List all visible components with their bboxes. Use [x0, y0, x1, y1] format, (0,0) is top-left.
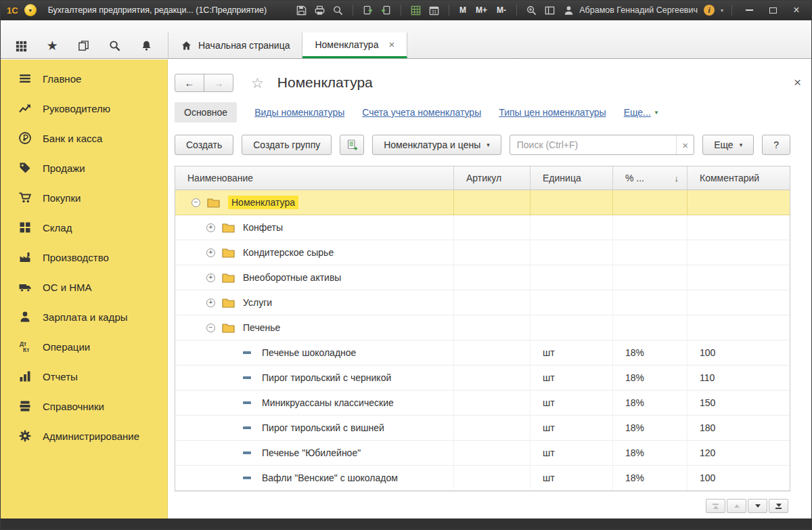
- scroll-up-button[interactable]: [727, 499, 746, 513]
- sidebar-item-salary-hr[interactable]: Зарплата и кадры: [0, 302, 167, 332]
- print-icon[interactable]: [314, 5, 325, 16]
- sidebar-item-operations[interactable]: ДтКтОперации: [0, 332, 167, 361]
- history-icon[interactable]: [77, 39, 90, 52]
- memory-m-button[interactable]: M: [458, 5, 468, 15]
- cell-vat: [613, 190, 687, 215]
- sidebar-item-administration[interactable]: Администрирование: [0, 421, 167, 451]
- table-row[interactable]: Печенье шоколадноешт18%100: [175, 340, 790, 366]
- memory-mminus-button[interactable]: M-: [495, 5, 508, 15]
- column-header-unit[interactable]: Единица: [531, 167, 613, 190]
- calendar-icon[interactable]: 31: [428, 5, 440, 16]
- scroll-bottom-button[interactable]: [769, 499, 788, 513]
- user-menu[interactable]: Абрамов Геннадий Сергеевич: [563, 5, 698, 16]
- column-header-articul[interactable]: Артикул: [454, 167, 531, 190]
- column-header-name[interactable]: Наименование: [175, 167, 454, 190]
- cell-vat: [613, 265, 687, 290]
- expand-icon[interactable]: +: [206, 223, 215, 232]
- folder-icon: [222, 298, 235, 308]
- info-button[interactable]: i: [704, 5, 715, 16]
- nav-main-section[interactable]: Основное: [175, 102, 237, 123]
- command-bar: Создать Создать группу Номенклатура и це…: [175, 135, 790, 155]
- table-row[interactable]: Пирог тирольский с вишнейшт18%180: [175, 416, 790, 441]
- table-row[interactable]: +Услуги: [175, 290, 790, 315]
- warehouse-icon: [18, 220, 32, 235]
- table-row[interactable]: −Печенье: [175, 315, 790, 340]
- forward-button[interactable]: →: [204, 74, 233, 92]
- sidebar-item-main[interactable]: Главное: [0, 64, 167, 93]
- nav-link-accounting-accounts[interactable]: Счета учета номенклатуры: [362, 107, 481, 118]
- tab-nomenclature[interactable]: Номенклатура ×: [302, 32, 407, 58]
- table-row[interactable]: Миникруассаны классическиешт18%150: [175, 391, 790, 416]
- tab-close-icon[interactable]: ×: [388, 39, 394, 50]
- cell-articul: [454, 466, 531, 490]
- search-input[interactable]: [510, 139, 676, 150]
- sidebar-item-bank-cash[interactable]: Банк и касса: [0, 123, 167, 153]
- svg-text:Кт: Кт: [23, 347, 29, 353]
- back-button[interactable]: ←: [175, 74, 204, 92]
- item-marker-icon: [243, 401, 251, 404]
- sidebar-item-manager[interactable]: Руководителю: [0, 93, 167, 123]
- sidebar-item-production[interactable]: Производство: [0, 242, 167, 272]
- nav-link-nomenclature-kinds[interactable]: Виды номенклатуры: [254, 107, 344, 118]
- sidebar-item-catalogs[interactable]: Справочники: [0, 391, 167, 421]
- cell-comment: 120: [687, 441, 790, 465]
- scroll-buttons: [706, 499, 788, 513]
- table-row[interactable]: Вафли "Венские" с шоколадомшт18%100: [175, 466, 790, 491]
- cell-comment: [687, 240, 790, 265]
- table-row[interactable]: +Внеоборотные активы: [175, 265, 790, 290]
- sidebar-item-label: Склад: [43, 222, 72, 234]
- nomenclature-prices-dropdown[interactable]: Номенклатура и цены ▾: [372, 135, 501, 155]
- expand-icon[interactable]: +: [206, 273, 215, 282]
- sidebar-item-purchases[interactable]: Покупки: [0, 183, 167, 213]
- collapse-icon[interactable]: −: [191, 198, 200, 207]
- favorites-star-icon[interactable]: ★: [47, 39, 58, 52]
- copy-button[interactable]: [340, 135, 364, 155]
- table-row[interactable]: Печенье "Юбилейное"шт18%120: [175, 441, 790, 466]
- cell-vat: [613, 290, 687, 315]
- apps-menu-icon[interactable]: [15, 39, 28, 52]
- row-name: Пирог тирольский с вишней: [262, 422, 384, 433]
- column-header-vat[interactable]: % ... ↓: [613, 167, 687, 190]
- section-links: Основное Виды номенклатуры Счета учета н…: [175, 102, 812, 123]
- table-row[interactable]: +Конфеты: [175, 215, 790, 240]
- favorite-star-icon[interactable]: ☆: [251, 76, 264, 90]
- minimize-button[interactable]: [740, 3, 758, 17]
- scroll-down-button[interactable]: [748, 499, 767, 513]
- page-close-icon[interactable]: ×: [794, 75, 801, 90]
- nav-link-price-types[interactable]: Типы цен номенклатуры: [499, 107, 606, 118]
- collapse-icon[interactable]: −: [206, 324, 215, 332]
- save-icon[interactable]: [296, 5, 307, 16]
- help-button[interactable]: ?: [762, 135, 790, 155]
- maximize-button[interactable]: [764, 3, 782, 17]
- main-menu-button[interactable]: ▼: [24, 4, 37, 16]
- sidebar-item-reports[interactable]: Отчеты: [0, 361, 167, 391]
- tab-home[interactable]: Начальная страница: [168, 32, 302, 58]
- scroll-top-button[interactable]: [706, 499, 725, 513]
- column-header-comment[interactable]: Комментарий: [687, 167, 790, 190]
- clear-search-icon[interactable]: ×: [676, 135, 694, 154]
- create-group-button[interactable]: Создать группу: [242, 135, 332, 155]
- table-row[interactable]: −Номенклатура: [175, 190, 790, 215]
- sidebar-item-sales[interactable]: Продажи: [0, 153, 167, 183]
- memory-mplus-button[interactable]: M+: [474, 5, 489, 15]
- clipboard-copy-icon[interactable]: [362, 5, 374, 16]
- clipboard-paste-icon[interactable]: [380, 5, 392, 16]
- sidebar-item-warehouse[interactable]: Склад: [0, 213, 167, 242]
- table-row[interactable]: +Кондитерское сырье: [175, 240, 790, 265]
- notifications-bell-icon[interactable]: [140, 39, 153, 52]
- expand-icon[interactable]: +: [206, 299, 215, 307]
- table-row[interactable]: Пирог тирольский с черникойшт18%110: [175, 366, 790, 391]
- table-header: Наименование Артикул Единица % ... ↓ Ком…: [175, 167, 790, 190]
- create-button[interactable]: Создать: [175, 135, 233, 155]
- sidebar-item-fixed-assets[interactable]: ОС и НМА: [0, 272, 167, 302]
- bar-icon: [713, 504, 719, 505]
- close-button[interactable]: ×: [788, 3, 805, 17]
- panels-icon[interactable]: [544, 5, 556, 16]
- zoom-icon[interactable]: [526, 5, 537, 16]
- expand-icon[interactable]: +: [206, 248, 215, 257]
- calculator-icon[interactable]: [410, 5, 422, 16]
- search-icon[interactable]: [108, 39, 121, 52]
- nav-more-link[interactable]: Еще... ▾: [624, 107, 658, 118]
- more-button[interactable]: Еще ▾: [702, 135, 754, 155]
- print-preview-icon[interactable]: [332, 5, 344, 16]
